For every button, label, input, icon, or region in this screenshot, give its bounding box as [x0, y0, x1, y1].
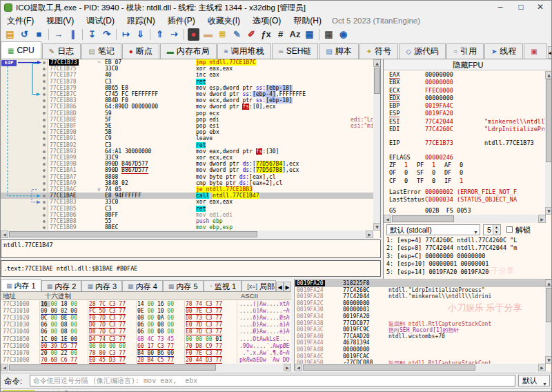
scroll-right-icon[interactable]: ▶ — [284, 364, 291, 371]
stack-view-icon[interactable]: ≣ — [215, 28, 230, 41]
tab-断点[interactable]: ●断点 — [122, 43, 159, 59]
disasm-row[interactable]: 77CE1B9B890D B467D577mov dword ptr ds:[7… — [1, 161, 373, 167]
disasm-row[interactable]: 77CE1BA1890D B867D577mov dword ptr ds:[7… — [1, 167, 373, 173]
breakpoint-dot-icon[interactable] — [43, 207, 46, 210]
disasm-row[interactable]: 77CE1BAEE8 94FFFFFFcall ntdll.77CE1B47 — [1, 193, 373, 199]
dump-tab-内存 5[interactable]: ▦内存 5 — [163, 280, 204, 292]
scroll-right-icon[interactable]: ▶ — [538, 364, 546, 371]
spin-up-icon[interactable]: ▲ — [493, 225, 500, 230]
disasm-row[interactable]: 77CE1B73~EB 07jmp ntdll.77CE1B7C — [1, 59, 373, 66]
disasm-hscrollbar[interactable]: ◀ ▶ — [1, 231, 373, 238]
breakpoints-icon[interactable]: ● — [188, 28, 199, 41]
dump-tab-scroll-right[interactable]: ▶ — [284, 282, 291, 292]
scroll-down-icon[interactable]: ▼ — [373, 223, 381, 231]
trace-into-icon[interactable]: ⇢ — [167, 28, 181, 41]
stack-row[interactable]: 0019FA340019FA20 — [295, 313, 545, 320]
stack-panel[interactable]: 0019FA20318225F80019FA2477C4260Cntdll."L… — [294, 279, 552, 371]
disasm-row[interactable]: 77CE1B838B4D F0mov ecx,dword ptr ss:[ebp… — [1, 97, 373, 104]
breakpoint-dot-icon[interactable] — [43, 169, 46, 172]
stack-row[interactable]: 0019FA4800000000 — [295, 346, 545, 353]
open-file-icon[interactable]: ▤ — [3, 28, 17, 41]
register-row[interactable]: ECXFFEC0000 — [384, 87, 545, 95]
disasm-row[interactable]: 77CE1B8E5Fpop ediedi:"LdrpInitializePr — [1, 117, 373, 123]
hash-icon[interactable]: # — [273, 28, 288, 41]
comment-icon[interactable]: ✎ — [230, 28, 244, 41]
dump-row[interactable]: 77C3106000 39 D5 7700 00 00 0060 17 C3 7… — [1, 343, 291, 350]
arguments-list[interactable]: 1: [esp+4] 77C4260C ntdll.77C4260C "L2: … — [384, 237, 545, 279]
breakpoint-dot-icon[interactable] — [43, 125, 46, 128]
run-icon[interactable]: → — [51, 28, 66, 41]
tab-CPU[interactable]: ▦CPU — [1, 41, 41, 59]
tab-scroll-left[interactable]: ◀ — [548, 46, 552, 59]
command-input[interactable] — [30, 375, 515, 386]
label-icon[interactable]: ✐ — [244, 28, 259, 41]
hide-fpu-button[interactable]: 隐藏FPU — [384, 59, 552, 70]
registers-hscrollbar[interactable]: ◀ ▶ — [384, 215, 546, 223]
register-row[interactable]: LastError00000002 (ERROR_FILE_NOT_F — [384, 188, 545, 196]
argument-row[interactable]: 1: [esp+4] 77C4260C ntdll.77C4260C "L — [384, 237, 545, 244]
breakpoint-dot-icon[interactable] — [43, 87, 46, 90]
register-row[interactable]: EDX00000000 — [384, 95, 545, 102]
stack-row[interactable]: 0019FA2477C4260Cntdll."LdrpInitializePro… — [295, 287, 545, 294]
patch-icon[interactable]: ▬ — [201, 28, 215, 41]
register-row[interactable]: EAX00000000 — [384, 71, 545, 79]
stack-vscroll-thumb[interactable] — [546, 288, 552, 322]
settings-globe-icon[interactable]: ◉ — [336, 28, 351, 41]
breakpoint-dot-icon[interactable] — [43, 80, 46, 83]
minimize-button[interactable]: – — [491, 2, 510, 13]
menu-item[interactable]: 帮助(H) — [287, 15, 328, 27]
stop-icon[interactable]: ■ — [32, 28, 46, 41]
unlock-checkbox[interactable] — [506, 226, 513, 233]
disasm-row[interactable]: 77CE1B7CC745 FC FEFFFFFFmov dword ptr ss… — [1, 91, 373, 97]
argument-row[interactable]: 5: [esp+14] 0019FA20 0019FA20 — [384, 268, 545, 276]
flags-row[interactable]: ZF1PF1AF0 — [384, 161, 545, 169]
close-button[interactable]: ✕ — [531, 2, 550, 13]
tab-调用堆栈[interactable]: ≡调用堆栈 — [217, 43, 271, 59]
disasm-row[interactable]: 77CE1B7533C0xor eax,eax — [1, 66, 373, 72]
flags-row[interactable]: OF0SF0DF0 — [384, 169, 545, 177]
tab-笔记[interactable]: ▤笔记 — [81, 43, 121, 59]
menu-item[interactable]: 插件(P) — [161, 15, 201, 27]
register-row[interactable]: ESP0019FA20 — [384, 110, 545, 117]
menu-item[interactable]: 跟踪(N) — [121, 15, 161, 27]
tab-脚本[interactable]: ▤脚本 — [319, 43, 358, 59]
disasm-row[interactable]: 77CE1BACv74 05je ntdll.77CE1BB3 — [1, 186, 373, 193]
execute-till-return-icon[interactable]: ↦ — [119, 28, 133, 41]
disasm-row[interactable]: 77CE1B78C3ret — [1, 79, 373, 85]
tab-日志[interactable]: ✎日志 — [42, 43, 81, 59]
scroll-down-icon[interactable]: ▼ — [545, 207, 552, 215]
stack-row[interactable]: 0019FA20318225F8 — [295, 280, 545, 287]
disasm-row[interactable]: 77CE1B8664:890D 00000000mov dword ptr fs… — [1, 104, 373, 110]
dump-tab-内存 2[interactable]: ▦内存 2 — [41, 280, 82, 292]
disasm-row[interactable]: 77CE1BB68BFFmov edi,edi — [1, 212, 373, 218]
stack-hscroll-thumb[interactable] — [303, 364, 475, 371]
step-over-icon[interactable]: ↷ — [99, 28, 114, 41]
breakpoint-dot-icon[interactable] — [43, 106, 46, 108]
breakpoint-dot-icon[interactable] — [43, 226, 46, 229]
step-into-icon[interactable]: ↧ — [85, 28, 99, 41]
disasm-row[interactable]: 77CE1B905Bpop ebx — [1, 129, 373, 135]
breakpoint-dot-icon[interactable] — [43, 188, 46, 191]
tab-符号[interactable]: ✦符号 — [359, 43, 398, 59]
breakpoint-dot-icon[interactable] — [43, 150, 46, 153]
strings-icon[interactable]: Az — [288, 28, 302, 41]
calculator-icon[interactable]: ▦ — [322, 28, 336, 41]
run-to-user-code-icon[interactable]: ⇑ — [152, 28, 167, 41]
breakpoint-dot-icon[interactable] — [43, 175, 46, 178]
function-icon[interactable]: ƒx — [259, 28, 273, 41]
breakpoint-dot-icon[interactable] — [43, 61, 46, 64]
stack-vscrollbar[interactable]: ▲ ▼ — [545, 280, 552, 364]
args-depth-stepper[interactable]: 5 ▲ ▼ — [483, 224, 501, 235]
stack-hscrollbar[interactable]: ◀ ▶ — [295, 364, 546, 371]
scroll-up-icon[interactable]: ▲ — [545, 71, 552, 79]
memory-dump-panel[interactable]: 地址 十六进制 ASCII 77C3100016 00 18 0028 7C C… — [1, 291, 291, 371]
breakpoint-dot-icon[interactable] — [43, 220, 46, 223]
restart-icon[interactable]: ↺ — [17, 28, 32, 41]
scroll-up-icon[interactable]: ▲ — [545, 280, 552, 287]
dump-tab-内存 3[interactable]: ▦内存 3 — [81, 280, 122, 292]
breakpoint-dot-icon[interactable] — [43, 119, 46, 121]
register-row[interactable]: EBX00000000 — [384, 79, 545, 86]
breakpoint-dot-icon[interactable] — [43, 137, 46, 140]
dump-row[interactable]: 77C310501C 00 1E 00D4 74 C3 776B 4C 73 4… — [1, 336, 291, 343]
calling-convention-select[interactable]: 默认 (stdcall) ▼ — [386, 224, 480, 235]
